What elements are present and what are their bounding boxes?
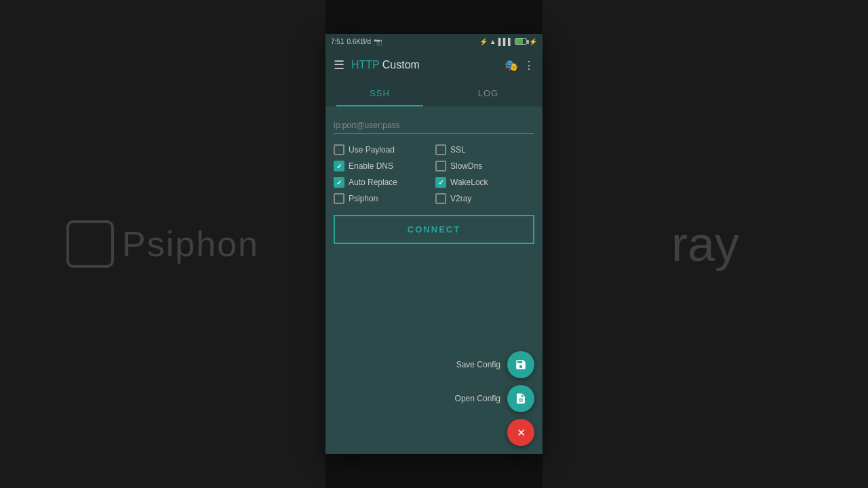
- checkbox-v2ray[interactable]: V2ray: [435, 193, 534, 204]
- content-area: Use Payload SSL Enable DNS SlowDns Auto …: [326, 106, 542, 454]
- checkbox-wakelock-box[interactable]: [435, 177, 446, 188]
- close-icon: ✕: [517, 426, 526, 439]
- checkbox-use-payload-label: Use Payload: [349, 145, 395, 155]
- open-config-row: Open Config: [455, 385, 534, 412]
- ray-bg-text: ray: [671, 216, 739, 272]
- tabs-bar: SSH LOG: [326, 81, 542, 106]
- fab-area: Save Config Open Config ✕: [455, 351, 534, 446]
- checkbox-enable-dns[interactable]: Enable DNS: [334, 161, 433, 171]
- checkbox-slow-dns-label: SlowDns: [450, 161, 482, 171]
- checkbox-psiphon-box[interactable]: [334, 193, 344, 204]
- connect-button[interactable]: CONNECT: [334, 215, 534, 244]
- checkbox-auto-replace[interactable]: Auto Replace: [334, 177, 433, 188]
- save-config-button[interactable]: [507, 351, 534, 378]
- checkbox-ssl[interactable]: SSL: [435, 144, 534, 155]
- save-config-label: Save Config: [456, 360, 500, 369]
- checkbox-v2ray-label: V2ray: [450, 194, 471, 203]
- checkbox-slow-dns[interactable]: SlowDns: [435, 161, 534, 171]
- psiphon-bg-icon: [66, 220, 114, 268]
- open-file-icon: [515, 392, 527, 405]
- open-config-button[interactable]: [507, 385, 534, 412]
- app-title: HTTP Custom: [351, 59, 498, 71]
- wifi-icon: ▲: [490, 38, 496, 45]
- close-fab-button[interactable]: ✕: [507, 419, 534, 446]
- bluetooth-icon: ⚡: [479, 38, 488, 45]
- close-fab-row: ✕: [507, 419, 534, 446]
- charge-icon: ⚡: [529, 38, 537, 45]
- time-display: 7:51: [331, 38, 344, 45]
- data-rate: 0.6KB/d: [347, 38, 371, 45]
- background-left: Psiphon: [0, 0, 326, 488]
- checkbox-ssl-box[interactable]: [435, 144, 446, 155]
- checkbox-wakelock-label: WakeLock: [450, 178, 488, 187]
- phone-frame: 7:51 0.6KB/d 📷 ⚡ ▲ ▌▌▌ ⚡ ☰ HTTP Custom 🎭…: [326, 34, 542, 454]
- checkbox-psiphon[interactable]: Psiphon: [334, 193, 433, 204]
- tab-log[interactable]: LOG: [434, 81, 542, 105]
- checkbox-enable-dns-label: Enable DNS: [349, 161, 393, 171]
- psiphon-bg-text: Psiphon: [122, 224, 259, 264]
- save-config-row: Save Config: [456, 351, 534, 378]
- checkbox-enable-dns-box[interactable]: [334, 161, 344, 171]
- checkbox-use-payload-box[interactable]: [334, 144, 344, 155]
- server-input-row: [334, 117, 534, 134]
- checkbox-ssl-label: SSL: [450, 145, 466, 155]
- battery-icon: [515, 38, 527, 45]
- mask-icon[interactable]: 🎭: [505, 59, 518, 72]
- more-options-icon[interactable]: ⋮: [524, 59, 534, 72]
- checkbox-slow-dns-box[interactable]: [435, 161, 446, 171]
- open-config-label: Open Config: [455, 394, 500, 403]
- menu-button[interactable]: ☰: [334, 58, 344, 73]
- background-right: ray: [542, 0, 868, 488]
- title-http: HTTP: [351, 59, 380, 71]
- checkbox-use-payload[interactable]: Use Payload: [334, 144, 433, 155]
- camera-icon: 📷: [374, 38, 382, 45]
- tab-ssh[interactable]: SSH: [326, 81, 434, 105]
- options-grid: Use Payload SSL Enable DNS SlowDns Auto …: [334, 144, 534, 204]
- checkbox-psiphon-label: Psiphon: [349, 194, 378, 203]
- status-bar: 7:51 0.6KB/d 📷 ⚡ ▲ ▌▌▌ ⚡: [326, 34, 542, 49]
- title-custom: Custom: [382, 59, 420, 71]
- server-input[interactable]: [334, 117, 534, 134]
- checkbox-v2ray-box[interactable]: [435, 193, 446, 204]
- top-bar: ☰ HTTP Custom 🎭 ⋮: [326, 49, 542, 81]
- save-icon: [515, 359, 527, 371]
- signal-icon: ▌▌▌: [498, 38, 513, 45]
- checkbox-wakelock[interactable]: WakeLock: [435, 177, 534, 188]
- checkbox-auto-replace-box[interactable]: [334, 177, 344, 188]
- checkbox-auto-replace-label: Auto Replace: [349, 178, 397, 187]
